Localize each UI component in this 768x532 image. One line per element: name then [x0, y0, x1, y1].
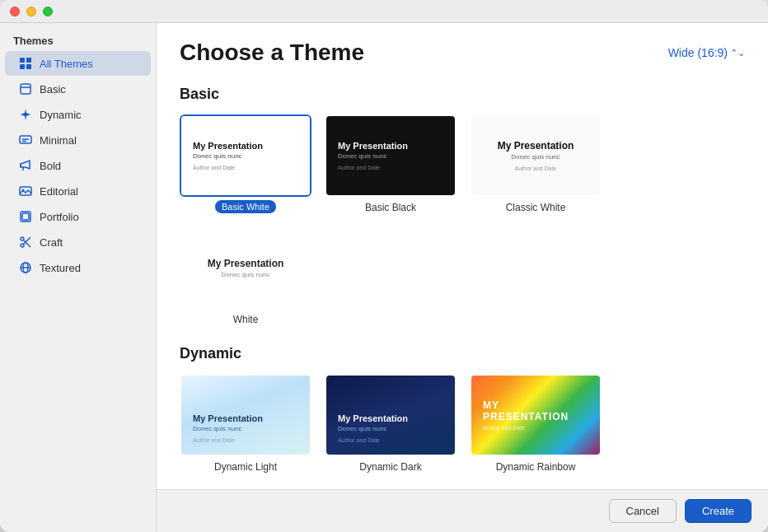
theme-dynamic-rainbow-label: Dynamic Rainbow: [496, 461, 576, 473]
sidebar-label-all-themes: All Themes: [40, 58, 93, 70]
preview-title: My Presentation: [498, 140, 574, 152]
sidebar-label-editorial: Editorial: [40, 185, 78, 198]
theme-dynamic-light[interactable]: My Presentation Donec quis nunc Author a…: [180, 374, 311, 473]
theme-white-thumb[interactable]: My Presentation Donec quis nunc: [180, 226, 311, 309]
bubble-icon: [18, 133, 33, 147]
sidebar-label-craft: Craft: [40, 236, 63, 249]
page-title: Choose a Theme: [180, 40, 364, 66]
theme-basic-white[interactable]: My Presentation Donec quis nunc Author a…: [180, 114, 311, 213]
create-button[interactable]: Create: [685, 499, 752, 523]
sidebar-item-all-themes[interactable]: All Themes: [5, 51, 151, 76]
theme-scroll-area[interactable]: Basic My Presentation Donec quis nunc Au…: [157, 77, 768, 489]
theme-dynamic-light-thumb[interactable]: My Presentation Donec quis nunc Author a…: [180, 374, 311, 456]
theme-dynamic-dark-thumb[interactable]: My Presentation Donec quis nunc Author a…: [325, 374, 457, 456]
aspect-selector[interactable]: Wide (16:9) ⌃⌄: [668, 46, 745, 59]
sidebar-label-textured: Textured: [40, 262, 81, 274]
svg-rect-14: [22, 213, 29, 220]
sidebar-label-dynamic: Dynamic: [40, 109, 82, 121]
main-area: Choose a Theme Wide (16:9) ⌃⌄ Basic My P…: [157, 23, 768, 532]
sidebar-label-basic: Basic: [40, 83, 66, 96]
basic-section-title: Basic: [180, 86, 745, 103]
theme-classic-white-thumb[interactable]: My Presentation Donec quis nunc Author a…: [470, 114, 602, 197]
svg-rect-4: [21, 84, 30, 94]
sidebar-label-portfolio: Portfolio: [40, 211, 79, 223]
theme-classic-white-label: Classic White: [506, 202, 566, 213]
preview-subtitle: Donec quis nunc: [221, 271, 270, 278]
preview-title: My Presentation: [208, 258, 284, 269]
preview-subtitle: Author and Date: [483, 425, 588, 431]
preview-subtitle: Donec quis nunc: [338, 152, 443, 160]
minimize-button[interactable]: [26, 7, 36, 16]
sidebar-item-basic[interactable]: Basic: [5, 77, 151, 101]
texture-icon: [18, 260, 33, 275]
preview-subtitle: Donec quis nunc: [193, 425, 298, 432]
theme-basic-white-thumb[interactable]: My Presentation Donec quis nunc Author a…: [180, 114, 311, 197]
sparkle-icon: [18, 107, 33, 122]
sidebar-item-craft[interactable]: Craft: [5, 230, 151, 254]
aspect-label: Wide (16:9): [668, 46, 728, 59]
preview-subtitle: Donec quis nunc: [511, 153, 560, 161]
preview-title: My Presentation: [338, 413, 443, 423]
preview-title: My Presentation: [338, 141, 443, 151]
theme-classic-white[interactable]: My Presentation Donec quis nunc Author a…: [470, 114, 602, 213]
preview-author: Author and Date: [515, 166, 557, 171]
svg-rect-2: [20, 64, 25, 69]
footer: Cancel Create: [157, 489, 768, 532]
theme-dynamic-rainbow[interactable]: MY PRESENTATION Author and Date Dynamic …: [470, 374, 602, 473]
basic-theme-grid: My Presentation Donec quis nunc Author a…: [180, 114, 745, 325]
theme-white[interactable]: My Presentation Donec quis nunc White: [180, 226, 311, 325]
preview-title: My Presentation: [193, 141, 298, 151]
preview-subtitle: Donec quis nunc: [193, 152, 298, 160]
svg-point-15: [21, 237, 24, 240]
sidebar-label-bold: Bold: [40, 160, 61, 172]
sidebar-label-minimal: Minimal: [40, 134, 77, 147]
preview-author: Author and Date: [338, 165, 443, 170]
preview-title: MY PRESENTATION: [483, 399, 588, 422]
sidebar-item-bold[interactable]: Bold: [5, 153, 151, 178]
svg-rect-0: [20, 58, 25, 63]
megaphone-icon: [18, 158, 33, 173]
theme-dynamic-light-label: Dynamic Light: [214, 461, 277, 473]
sidebar-item-minimal[interactable]: Minimal: [5, 128, 151, 152]
chevron-icon: ⌃⌄: [730, 48, 745, 58]
sidebar-section-label: Themes: [0, 30, 156, 50]
theme-dynamic-dark[interactable]: My Presentation Donec quis nunc Author a…: [325, 374, 457, 473]
theme-basic-black[interactable]: My Presentation Donec quis nunc Author a…: [325, 114, 457, 213]
grid-icon: [18, 56, 33, 71]
preview-author: Author and Date: [193, 165, 298, 170]
cancel-button[interactable]: Cancel: [609, 499, 677, 523]
square-icon: [18, 82, 33, 96]
svg-rect-3: [26, 64, 31, 69]
preview-title: My Presentation: [193, 413, 298, 423]
selected-badge: Basic White: [215, 200, 276, 213]
sidebar-item-textured[interactable]: Textured: [5, 255, 151, 280]
scissors-icon: [18, 235, 33, 250]
svg-rect-1: [26, 58, 31, 63]
sidebar-item-editorial[interactable]: Editorial: [5, 179, 151, 203]
dynamic-section-title: Dynamic: [180, 345, 745, 362]
theme-dynamic-rainbow-thumb[interactable]: MY PRESENTATION Author and Date: [470, 374, 602, 456]
sidebar: Themes All Themes: [0, 23, 157, 532]
theme-white-label: White: [233, 314, 259, 325]
preview-author: Author and Date: [193, 437, 298, 443]
dynamic-theme-grid: My Presentation Donec quis nunc Author a…: [180, 374, 745, 473]
titlebar: [0, 0, 768, 23]
svg-point-16: [21, 244, 24, 247]
theme-basic-black-label: Basic Black: [365, 202, 416, 213]
preview-subtitle: Donec quis nunc: [338, 425, 443, 432]
content-area: Themes All Themes: [0, 23, 768, 532]
sidebar-item-dynamic[interactable]: Dynamic: [5, 102, 151, 127]
frame-icon: [18, 209, 33, 224]
theme-dynamic-dark-label: Dynamic Dark: [359, 461, 421, 473]
close-button[interactable]: [10, 7, 20, 16]
photo-icon: [18, 184, 33, 198]
theme-basic-black-thumb[interactable]: My Presentation Donec quis nunc Author a…: [325, 114, 457, 197]
main-window: Themes All Themes: [0, 0, 768, 532]
maximize-button[interactable]: [43, 7, 53, 16]
preview-author: Author and Date: [338, 437, 443, 443]
main-header: Choose a Theme Wide (16:9) ⌃⌄: [157, 23, 768, 77]
sidebar-item-portfolio[interactable]: Portfolio: [5, 204, 151, 229]
